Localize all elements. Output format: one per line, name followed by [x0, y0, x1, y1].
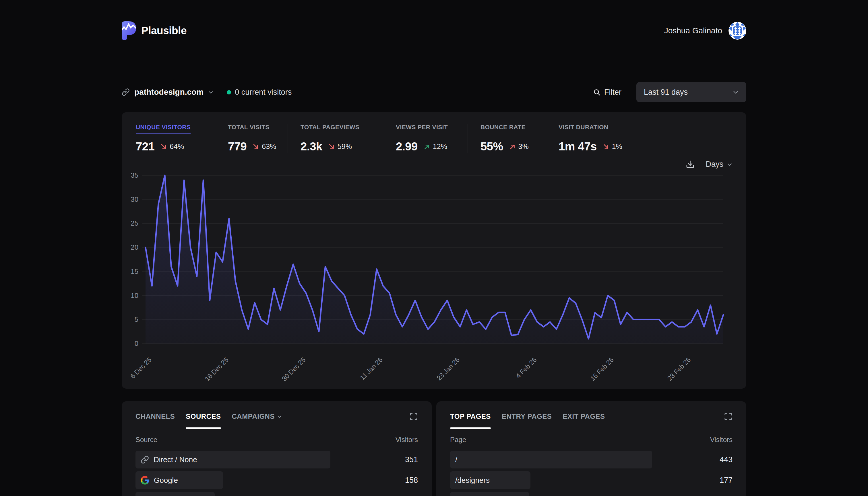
stat-tab-visit-duration[interactable]: VISIT DURATION1m 47s1%: [546, 124, 746, 153]
site-selector[interactable]: pathtodesign.com: [122, 88, 214, 97]
trend-arrow-down-icon: [603, 143, 610, 151]
date-range-dropdown[interactable]: Last 91 days: [636, 82, 746, 102]
key-column-header: Page: [450, 436, 466, 444]
user-name: Joshua Galinato: [664, 26, 722, 35]
stat-change: 3%: [518, 142, 529, 151]
stat-label: UNIQUE VISITORS: [136, 124, 190, 134]
tab-label: SOURCES: [186, 413, 221, 420]
expand-icon[interactable]: [409, 412, 418, 421]
tab-top-pages[interactable]: TOP PAGES: [450, 413, 491, 420]
plausible-logo-icon: [122, 21, 136, 40]
table-row-partial[interactable]: [450, 492, 732, 496]
dashboard-page: Plausible Joshua Galinato: [122, 0, 746, 496]
expand-icon[interactable]: [724, 412, 732, 421]
chevron-down-icon: [208, 90, 214, 95]
value-column-header: Visitors: [710, 436, 732, 444]
stat-value: 1m 47s: [559, 140, 597, 153]
row-label: Google: [154, 476, 178, 485]
current-visitors-label: 0 current visitors: [235, 88, 292, 97]
filter-label: Filter: [604, 88, 621, 97]
svg-text:23 Jan 26: 23 Jan 26: [435, 356, 461, 382]
tab-label: CHANNELS: [136, 413, 175, 420]
stat-value: 779: [228, 140, 247, 153]
row-value: 158: [405, 476, 418, 485]
visitors-line-chart[interactable]: 051015202530356 Dec 2518 Dec 2530 Dec 25…: [122, 161, 746, 385]
value-column-header: Visitors: [396, 436, 418, 444]
table-row-partial[interactable]: [136, 492, 418, 496]
tab-campaigns[interactable]: CAMPAIGNS: [232, 413, 282, 420]
svg-text:30 Dec 25: 30 Dec 25: [280, 356, 307, 383]
avatar[interactable]: [728, 22, 746, 40]
row-value: 443: [719, 455, 732, 464]
plausible-logo[interactable]: Plausible: [122, 21, 187, 40]
breakdown-panels: CHANNELSSOURCESCAMPAIGNSSourceVisitorsDi…: [122, 401, 746, 496]
stat-tab-views-per-visit[interactable]: VIEWS PER VISIT2.9912%: [383, 124, 468, 153]
svg-text:28 Feb 26: 28 Feb 26: [666, 356, 692, 382]
svg-text:25: 25: [130, 219, 138, 227]
tab-sources[interactable]: SOURCES: [186, 413, 221, 420]
stat-tab-total-pageviews[interactable]: TOTAL PAGEVIEWS2.3k59%: [288, 124, 383, 153]
stat-value: 2.3k: [300, 140, 322, 153]
link-icon: [122, 88, 130, 96]
svg-text:6 Dec 25: 6 Dec 25: [129, 356, 153, 380]
stat-change: 63%: [262, 142, 276, 151]
chevron-down-icon: [277, 414, 282, 419]
table-row[interactable]: /designers177: [450, 471, 732, 489]
svg-text:4 Feb 26: 4 Feb 26: [514, 356, 538, 380]
link-icon: [141, 455, 149, 464]
key-column-header: Source: [136, 436, 157, 444]
sources-panel: CHANNELSSOURCESCAMPAIGNSSourceVisitorsDi…: [122, 401, 432, 496]
stat-label: BOUNCE RATE: [480, 124, 526, 134]
google-icon: [141, 476, 149, 484]
stat-tab-unique-visitors[interactable]: UNIQUE VISITORS72164%: [122, 124, 215, 153]
svg-text:18 Dec 25: 18 Dec 25: [203, 356, 230, 383]
trend-arrow-up-icon: [509, 143, 516, 151]
svg-text:15: 15: [130, 267, 138, 275]
stat-tab-bounce-rate[interactable]: BOUNCE RATE55%3%: [468, 124, 546, 153]
trend-arrow-up-icon: [423, 143, 431, 151]
trend-arrow-down-icon: [160, 143, 168, 151]
chevron-down-icon: [732, 89, 739, 95]
current-visitors[interactable]: 0 current visitors: [227, 88, 292, 97]
row-label: /: [455, 455, 457, 464]
table-row[interactable]: /443: [450, 451, 732, 468]
tab-label: TOP PAGES: [450, 413, 491, 420]
tab-exit-pages[interactable]: EXIT PAGES: [562, 413, 605, 420]
analytics-card: UNIQUE VISITORS72164%TOTAL VISITS77963%T…: [122, 112, 746, 389]
stat-change: 12%: [433, 142, 447, 151]
tab-entry-pages[interactable]: ENTRY PAGES: [502, 413, 552, 420]
row-value: 351: [405, 455, 418, 464]
table-row[interactable]: Direct / None351: [136, 451, 418, 468]
svg-text:5: 5: [135, 315, 138, 323]
search-icon: [593, 89, 601, 96]
stat-label: VISIT DURATION: [559, 124, 608, 134]
stat-tab-total-visits[interactable]: TOTAL VISITS77963%: [215, 124, 288, 153]
svg-text:30: 30: [130, 196, 138, 203]
site-name: pathtodesign.com: [134, 88, 203, 97]
panel-tabs: TOP PAGESENTRY PAGESEXIT PAGES: [450, 412, 732, 428]
stat-change: 64%: [170, 142, 184, 151]
stat-change: 59%: [338, 142, 352, 151]
trend-arrow-down-icon: [328, 143, 336, 151]
row-value: 177: [719, 476, 732, 485]
toolbar: pathtodesign.com 0 current visitors Filt…: [122, 82, 746, 102]
stat-label: TOTAL PAGEVIEWS: [300, 124, 359, 134]
stat-label: TOTAL VISITS: [228, 124, 269, 134]
panel-tabs: CHANNELSSOURCESCAMPAIGNS: [136, 412, 418, 428]
stat-label: VIEWS PER VISIT: [396, 124, 448, 134]
stat-value: 2.99: [396, 140, 418, 153]
pages-panel: TOP PAGESENTRY PAGESEXIT PAGESPageVisito…: [436, 401, 746, 496]
column-headers: PageVisitors: [450, 436, 732, 444]
row-label: /designers: [455, 476, 490, 485]
row-bar: [136, 492, 215, 496]
stat-value: 55%: [480, 140, 503, 153]
tab-channels[interactable]: CHANNELS: [136, 413, 175, 420]
user-menu[interactable]: Joshua Galinato: [664, 22, 746, 40]
row-bar: [450, 492, 529, 496]
date-range-value: Last 91 days: [644, 88, 688, 97]
table-row[interactable]: Google158: [136, 471, 418, 489]
filter-button[interactable]: Filter: [593, 88, 621, 97]
stat-change: 1%: [612, 142, 622, 151]
rows-list: /443/designers177: [450, 451, 732, 496]
stat-value: 721: [136, 140, 154, 153]
